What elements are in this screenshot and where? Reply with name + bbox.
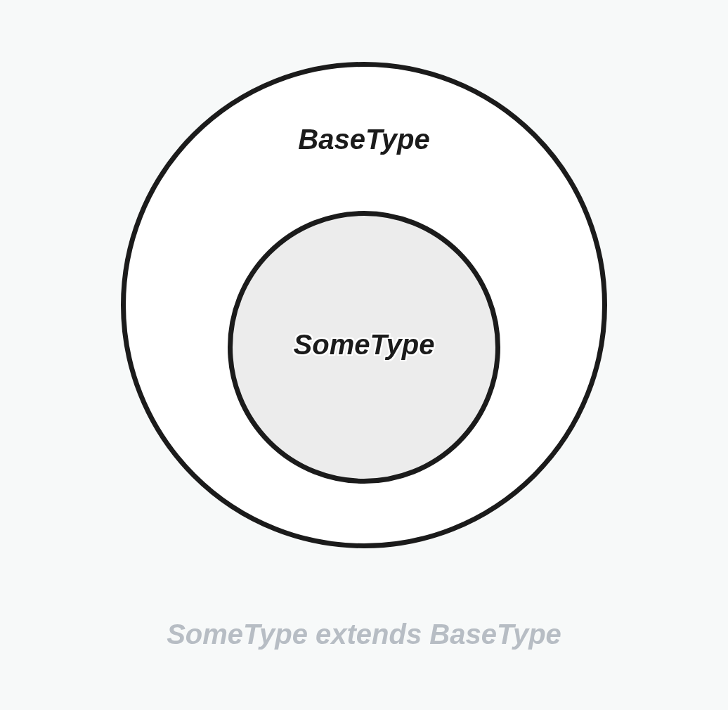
diagram-stage: BaseType SomeType SomeType extends BaseT… [0, 0, 728, 710]
inner-circle-label: SomeType [0, 329, 728, 361]
diagram-caption: SomeType extends BaseType [0, 619, 728, 650]
outer-circle-label: BaseType [0, 124, 728, 155]
